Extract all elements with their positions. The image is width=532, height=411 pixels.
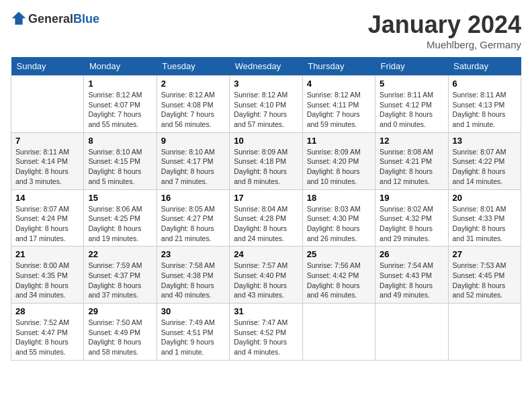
cell-info: Sunrise: 8:07 AM Sunset: 4:22 PM Dayligh… [453, 147, 517, 187]
header-tuesday: Tuesday [157, 57, 229, 76]
day-number: 17 [234, 193, 298, 203]
calendar-cell: 18Sunrise: 8:03 AM Sunset: 4:30 PM Dayli… [302, 189, 375, 246]
cell-info: Sunrise: 8:08 AM Sunset: 4:21 PM Dayligh… [380, 147, 443, 187]
day-number: 20 [453, 193, 517, 203]
calendar-cell: 16Sunrise: 8:05 AM Sunset: 4:27 PM Dayli… [157, 189, 229, 246]
calendar-cell: 29Sunrise: 7:50 AM Sunset: 4:49 PM Dayli… [84, 304, 157, 361]
calendar-cell: 2Sunrise: 8:12 AM Sunset: 4:08 PM Daylig… [157, 76, 229, 133]
calendar-week-row: 28Sunrise: 7:52 AM Sunset: 4:47 PM Dayli… [11, 304, 521, 361]
header-sunday: Sunday [11, 57, 84, 76]
cell-info: Sunrise: 7:53 AM Sunset: 4:45 PM Dayligh… [453, 261, 517, 300]
calendar-cell: 20Sunrise: 8:01 AM Sunset: 4:33 PM Dayli… [448, 189, 521, 246]
cell-info: Sunrise: 8:12 AM Sunset: 4:08 PM Dayligh… [161, 90, 225, 130]
cell-info: Sunrise: 7:56 AM Sunset: 4:42 PM Dayligh… [307, 261, 371, 300]
calendar-cell: 1Sunrise: 8:12 AM Sunset: 4:07 PM Daylig… [84, 76, 157, 133]
calendar-cell [375, 304, 448, 361]
day-number: 18 [307, 193, 371, 203]
logo-text: GeneralBlue [28, 12, 99, 26]
day-number: 12 [380, 136, 443, 146]
day-number: 31 [234, 306, 298, 316]
cell-info: Sunrise: 8:04 AM Sunset: 4:28 PM Dayligh… [234, 204, 298, 244]
calendar-cell: 3Sunrise: 8:12 AM Sunset: 4:10 PM Daylig… [230, 76, 302, 133]
cell-info: Sunrise: 7:47 AM Sunset: 4:52 PM Dayligh… [234, 318, 298, 357]
cell-info: Sunrise: 8:01 AM Sunset: 4:33 PM Dayligh… [453, 204, 517, 244]
calendar-cell: 17Sunrise: 8:04 AM Sunset: 4:28 PM Dayli… [230, 189, 302, 246]
cell-info: Sunrise: 8:10 AM Sunset: 4:17 PM Dayligh… [161, 147, 225, 187]
day-number: 23 [161, 249, 225, 259]
day-number: 1 [88, 79, 152, 89]
cell-info: Sunrise: 8:00 AM Sunset: 4:35 PM Dayligh… [15, 261, 79, 300]
cell-info: Sunrise: 8:12 AM Sunset: 4:10 PM Dayligh… [234, 90, 298, 130]
header-thursday: Thursday [302, 57, 375, 76]
calendar-header-row: SundayMondayTuesdayWednesdayThursdayFrid… [11, 57, 521, 76]
day-number: 29 [88, 306, 152, 316]
calendar-cell: 22Sunrise: 7:59 AM Sunset: 4:37 PM Dayli… [84, 246, 157, 304]
header-wednesday: Wednesday [230, 57, 302, 76]
day-number: 10 [234, 136, 298, 146]
cell-info: Sunrise: 8:11 AM Sunset: 4:12 PM Dayligh… [380, 90, 443, 130]
day-number: 14 [15, 193, 79, 203]
day-number: 19 [380, 193, 443, 203]
logo-icon [11, 11, 27, 27]
cell-info: Sunrise: 8:12 AM Sunset: 4:11 PM Dayligh… [307, 90, 371, 130]
calendar-week-row: 14Sunrise: 8:07 AM Sunset: 4:24 PM Dayli… [11, 189, 521, 246]
month-title: January 2024 [368, 11, 521, 39]
cell-info: Sunrise: 8:12 AM Sunset: 4:07 PM Dayligh… [88, 90, 152, 130]
calendar-cell: 31Sunrise: 7:47 AM Sunset: 4:52 PM Dayli… [230, 304, 302, 361]
logo-blue: Blue [73, 12, 99, 26]
cell-info: Sunrise: 8:02 AM Sunset: 4:32 PM Dayligh… [380, 204, 443, 244]
day-number: 11 [307, 136, 371, 146]
calendar-cell: 28Sunrise: 7:52 AM Sunset: 4:47 PM Dayli… [11, 304, 84, 361]
cell-info: Sunrise: 8:03 AM Sunset: 4:30 PM Dayligh… [307, 204, 371, 244]
day-number: 2 [161, 79, 225, 89]
day-number: 24 [234, 249, 298, 259]
day-number: 30 [161, 306, 225, 316]
day-number: 25 [307, 249, 371, 259]
calendar-cell: 8Sunrise: 8:10 AM Sunset: 4:15 PM Daylig… [84, 132, 157, 189]
cell-info: Sunrise: 7:49 AM Sunset: 4:51 PM Dayligh… [161, 318, 225, 357]
calendar-cell: 6Sunrise: 8:11 AM Sunset: 4:13 PM Daylig… [448, 76, 521, 133]
calendar-table: SundayMondayTuesdayWednesdayThursdayFrid… [11, 57, 521, 361]
header-monday: Monday [84, 57, 157, 76]
day-number: 15 [88, 193, 152, 203]
header-saturday: Saturday [448, 57, 521, 76]
calendar-cell: 23Sunrise: 7:58 AM Sunset: 4:38 PM Dayli… [157, 246, 229, 304]
day-number: 26 [380, 249, 443, 259]
calendar-cell: 19Sunrise: 8:02 AM Sunset: 4:32 PM Dayli… [375, 189, 448, 246]
day-number: 22 [88, 249, 152, 259]
calendar-cell: 25Sunrise: 7:56 AM Sunset: 4:42 PM Dayli… [302, 246, 375, 304]
calendar-cell: 30Sunrise: 7:49 AM Sunset: 4:51 PM Dayli… [157, 304, 229, 361]
day-number: 7 [15, 136, 79, 146]
day-number: 13 [453, 136, 517, 146]
cell-info: Sunrise: 7:50 AM Sunset: 4:49 PM Dayligh… [88, 318, 152, 357]
calendar-cell [448, 304, 521, 361]
day-number: 27 [453, 249, 517, 259]
calendar-cell: 24Sunrise: 7:57 AM Sunset: 4:40 PM Dayli… [230, 246, 302, 304]
day-number: 21 [15, 249, 79, 259]
cell-info: Sunrise: 7:57 AM Sunset: 4:40 PM Dayligh… [234, 261, 298, 300]
cell-info: Sunrise: 7:58 AM Sunset: 4:38 PM Dayligh… [161, 261, 225, 300]
cell-info: Sunrise: 7:52 AM Sunset: 4:47 PM Dayligh… [15, 318, 79, 357]
title-block: January 2024 Muehlberg, Germany [368, 11, 521, 50]
cell-info: Sunrise: 8:07 AM Sunset: 4:24 PM Dayligh… [15, 204, 79, 244]
location: Muehlberg, Germany [368, 39, 521, 50]
calendar-week-row: 1Sunrise: 8:12 AM Sunset: 4:07 PM Daylig… [11, 76, 521, 133]
day-number: 4 [307, 79, 371, 89]
cell-info: Sunrise: 8:09 AM Sunset: 4:20 PM Dayligh… [307, 147, 371, 187]
cell-info: Sunrise: 8:09 AM Sunset: 4:18 PM Dayligh… [234, 147, 298, 187]
cell-info: Sunrise: 8:11 AM Sunset: 4:14 PM Dayligh… [15, 147, 79, 187]
calendar-cell: 7Sunrise: 8:11 AM Sunset: 4:14 PM Daylig… [11, 132, 84, 189]
calendar-cell: 12Sunrise: 8:08 AM Sunset: 4:21 PM Dayli… [375, 132, 448, 189]
calendar-cell: 21Sunrise: 8:00 AM Sunset: 4:35 PM Dayli… [11, 246, 84, 304]
day-number: 16 [161, 193, 225, 203]
cell-info: Sunrise: 8:06 AM Sunset: 4:25 PM Dayligh… [88, 204, 152, 244]
day-number: 6 [453, 79, 517, 89]
cell-info: Sunrise: 8:11 AM Sunset: 4:13 PM Dayligh… [453, 90, 517, 130]
calendar-cell: 9Sunrise: 8:10 AM Sunset: 4:17 PM Daylig… [157, 132, 229, 189]
cell-info: Sunrise: 8:05 AM Sunset: 4:27 PM Dayligh… [161, 204, 225, 244]
logo-general: General [28, 12, 73, 26]
cell-info: Sunrise: 8:10 AM Sunset: 4:15 PM Dayligh… [88, 147, 152, 187]
day-number: 3 [234, 79, 298, 89]
calendar-cell: 13Sunrise: 8:07 AM Sunset: 4:22 PM Dayli… [448, 132, 521, 189]
calendar-cell: 11Sunrise: 8:09 AM Sunset: 4:20 PM Dayli… [302, 132, 375, 189]
